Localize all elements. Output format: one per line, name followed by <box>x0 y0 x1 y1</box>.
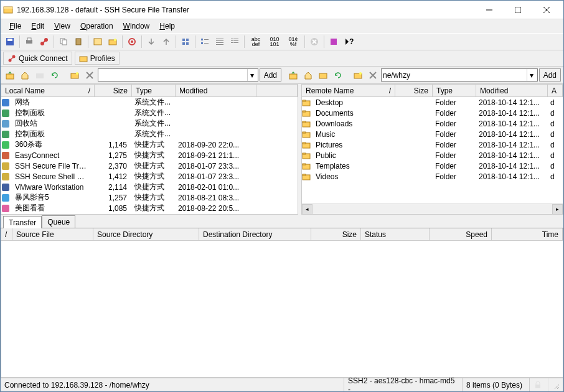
local-path-dropdown-icon[interactable]: ▾ <box>247 69 256 81</box>
remote-path-input[interactable] <box>383 71 527 80</box>
remote-delete-button[interactable] <box>366 68 380 82</box>
col-remote-name[interactable]: Remote Name/ <box>302 85 395 96</box>
app-icon <box>3 5 13 15</box>
list-item[interactable]: SSH Secure Shell Client1,412快捷方式2018-01-… <box>1 171 298 182</box>
remote-add-button[interactable]: Add <box>539 68 561 82</box>
minimize-button[interactable] <box>475 1 504 19</box>
col-t-time[interactable]: Time <box>492 228 563 240</box>
local-path-combo[interactable]: ▾ <box>98 68 258 82</box>
list-item[interactable]: PicturesFolder2018-10-14 12:1...d <box>302 139 563 150</box>
list-item[interactable]: DownloadsFolder2018-10-14 12:1...d <box>302 118 563 129</box>
menu-edit[interactable]: Edit <box>27 21 48 32</box>
maximize-button[interactable] <box>504 1 532 19</box>
list-item[interactable]: 360杀毒1,145快捷方式2018-09-20 22:0... <box>1 139 298 150</box>
col-t-srcdir[interactable]: Source Directory <box>93 228 199 240</box>
local-delete-button[interactable] <box>83 68 96 82</box>
col-t-speed[interactable]: Speed <box>430 228 492 240</box>
list-item[interactable]: EasyConnect1,275快捷方式2018-09-21 21:1... <box>1 150 298 161</box>
col-local-size[interactable]: Size <box>95 85 132 96</box>
local-path-input[interactable] <box>100 71 247 80</box>
profiles-label: Profiles <box>90 54 115 63</box>
list-item[interactable]: 控制面板系统文件... <box>1 108 298 118</box>
remote-path-combo[interactable]: ▾ <box>381 68 538 82</box>
svg-rect-61 <box>2 110 9 117</box>
remote-back-button[interactable] <box>316 68 330 82</box>
list-item[interactable]: 回收站系统文件... <box>1 118 298 129</box>
list-item[interactable]: 暴风影音51,257快捷方式2018-08-21 08:3... <box>1 192 298 203</box>
list-item[interactable]: SSH Secure File Transfe...2,370快捷方式2018-… <box>1 161 298 171</box>
local-file-list[interactable]: 网络系统文件...控制面板系统文件...回收站系统文件...控制面板系统文件..… <box>1 97 298 214</box>
save-button[interactable] <box>3 35 17 49</box>
copy-button[interactable] <box>57 35 70 49</box>
col-remote-modified[interactable]: Modified <box>476 85 548 96</box>
col-local-type[interactable]: Type <box>132 85 176 96</box>
list-item[interactable]: PublicFolder2018-10-14 12:1...d <box>302 150 563 161</box>
hscroll-right-icon[interactable]: ▸ <box>552 204 563 215</box>
list-item[interactable]: DesktopFolder2018-10-14 12:1...d <box>302 97 563 108</box>
profiles-button[interactable]: Profiles <box>75 52 120 65</box>
remote-newfolder-button[interactable] <box>351 68 365 82</box>
menu-window[interactable]: Window <box>120 21 154 32</box>
settings-button[interactable] <box>125 35 139 49</box>
col-remote-attr[interactable]: A <box>548 85 563 96</box>
view-details-button[interactable] <box>228 35 242 49</box>
list-item[interactable]: VMware Workstation2,114快捷方式2018-02-01 01… <box>1 182 298 192</box>
col-remote-size[interactable]: Size <box>395 85 433 96</box>
quick-connect-button[interactable]: Quick Connect <box>3 52 72 65</box>
view-list-button[interactable] <box>213 35 227 49</box>
stop-button[interactable] <box>308 35 321 49</box>
col-local-name[interactable]: Local Name/ <box>1 85 95 96</box>
list-item[interactable]: 网络系统文件... <box>1 97 298 108</box>
transfer-list[interactable] <box>1 241 563 377</box>
view-small-button[interactable] <box>198 35 212 49</box>
list-item[interactable]: 控制面板系统文件... <box>1 129 298 139</box>
hscroll-left-icon[interactable]: ◂ <box>302 204 313 215</box>
status-resize-grip[interactable] <box>548 378 563 391</box>
local-up-button[interactable] <box>3 68 17 82</box>
remote-path-dropdown-icon[interactable]: ▾ <box>527 69 536 81</box>
local-add-button[interactable]: Add <box>260 68 281 82</box>
list-item[interactable]: 美图看看1,085快捷方式2018-08-22 20:5... <box>1 203 298 213</box>
menu-view[interactable]: View <box>50 21 74 32</box>
remote-refresh-button[interactable] <box>331 68 345 82</box>
text-010-button[interactable]: 010101 <box>266 35 283 49</box>
col-t-srcfile[interactable]: Source File <box>12 228 93 240</box>
close-button[interactable] <box>532 1 561 19</box>
list-item[interactable]: DocumentsFolder2018-10-14 12:1...d <box>302 108 563 118</box>
help-book-button[interactable] <box>327 35 341 49</box>
list-item[interactable]: MusicFolder2018-10-14 12:1...d <box>302 129 563 139</box>
tab-transfer[interactable]: Transfer <box>3 216 42 228</box>
col-t-destdir[interactable]: Destination Directory <box>199 228 311 240</box>
menu-help[interactable]: Help <box>156 21 179 32</box>
remote-file-list[interactable]: DesktopFolder2018-10-14 12:1...dDocument… <box>302 97 563 203</box>
terminal-button[interactable] <box>91 35 105 49</box>
local-newfolder-button[interactable] <box>68 68 82 82</box>
paste-button[interactable] <box>72 35 85 49</box>
text-abc-button[interactable]: abcdef <box>247 35 265 49</box>
menu-operation[interactable]: Operation <box>77 21 117 32</box>
local-back-button[interactable] <box>33 68 47 82</box>
upload-button[interactable] <box>159 35 173 49</box>
menu-file[interactable]: File <box>6 21 25 32</box>
local-home-button[interactable] <box>18 68 32 82</box>
new-folder-button[interactable] <box>106 35 120 49</box>
remote-up-button[interactable] <box>286 68 300 82</box>
remote-home-button[interactable] <box>301 68 315 82</box>
download-button[interactable] <box>144 35 158 49</box>
text-01c-button[interactable]: 01¢%f <box>284 35 302 49</box>
col-remote-type[interactable]: Type <box>433 85 476 96</box>
list-item[interactable]: TemplatesFolder2018-10-14 12:1...d <box>302 161 563 171</box>
help-context-button[interactable]: ? <box>342 35 355 49</box>
col-t-size[interactable]: Size <box>311 228 361 240</box>
connect-button[interactable] <box>37 35 51 49</box>
view-large-button[interactable] <box>179 35 192 49</box>
col-t-status[interactable]: Status <box>361 228 430 240</box>
col-t-slash[interactable]: / <box>1 228 12 240</box>
tab-queue[interactable]: Queue <box>42 215 75 228</box>
remote-hscroll[interactable]: ◂ ▸ <box>302 203 563 214</box>
local-refresh-button[interactable] <box>48 68 62 82</box>
list-item[interactable]: VideosFolder2018-10-14 12:1...d <box>302 171 563 182</box>
col-local-modified[interactable]: Modified <box>176 85 256 96</box>
file-modified: 2018-09-21 21:1... <box>174 151 255 160</box>
print-button[interactable] <box>22 35 36 49</box>
